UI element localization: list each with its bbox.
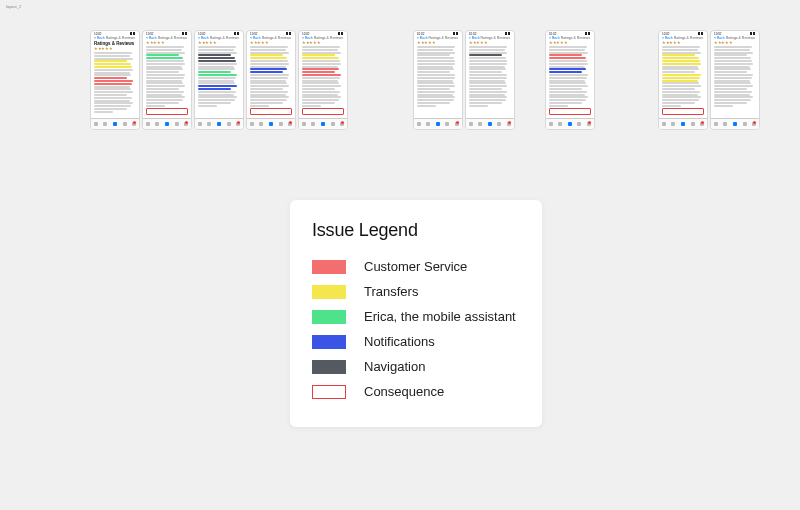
text-line (714, 63, 753, 65)
text-line (417, 60, 455, 62)
text-line (250, 74, 289, 76)
text-line (302, 102, 335, 104)
highlight-grey (198, 60, 236, 62)
text-line (417, 96, 456, 98)
text-line (250, 88, 283, 90)
phone-screenshot: 10:02< BackRatings & Reviews★★★★★ (465, 30, 515, 130)
text-line (549, 66, 585, 68)
text-line (302, 77, 340, 79)
screenshot-cluster: 10:02< BackRatings & Reviews★★★★★10:02< … (413, 30, 515, 130)
text-line (714, 88, 747, 90)
consequence-outline (302, 108, 344, 115)
text-line (198, 52, 237, 54)
text-line (250, 60, 288, 62)
review-body (91, 52, 139, 113)
consequence-outline (662, 108, 704, 115)
text-line (662, 46, 700, 48)
text-line (302, 46, 340, 48)
text-line (469, 105, 488, 107)
text-line (714, 49, 750, 51)
highlight-yellow (662, 80, 698, 82)
text-line (198, 105, 217, 107)
screenshot-cluster: 10:02< BackRatings & ReviewsRatings & Re… (90, 30, 348, 130)
text-line (198, 91, 236, 93)
text-line (417, 105, 436, 107)
highlight-yellow (302, 57, 339, 59)
highlight-grey (198, 57, 235, 59)
text-line (714, 80, 750, 82)
text-line (714, 82, 751, 84)
text-line (94, 100, 130, 102)
text-line (417, 57, 454, 59)
text-line (469, 82, 506, 84)
text-line (146, 63, 185, 65)
text-line (198, 63, 237, 65)
highlight-blue (549, 71, 582, 73)
text-line (94, 58, 133, 60)
text-line (417, 66, 453, 68)
highlight-yellow (662, 54, 695, 56)
highlight-yellow (662, 57, 699, 59)
text-line (662, 49, 698, 51)
text-line (549, 82, 586, 84)
text-line (94, 108, 127, 110)
text-line (146, 82, 183, 84)
text-line (94, 94, 127, 96)
phone-screenshot: 10:02< BackRatings & Reviews★★★★★ (658, 30, 708, 130)
text-line (417, 52, 456, 54)
highlight-green (146, 57, 183, 59)
text-line (714, 77, 752, 79)
highlight-red (94, 83, 132, 85)
text-line (714, 66, 750, 68)
review-body (143, 46, 191, 107)
text-line (198, 68, 235, 70)
highlight-blue (198, 85, 237, 87)
text-line (662, 82, 699, 84)
text-line (714, 60, 752, 62)
text-line (469, 46, 507, 48)
text-line (662, 66, 698, 68)
highlight-yellow (250, 54, 283, 56)
text-line (146, 74, 185, 76)
text-line (302, 66, 338, 68)
text-line (417, 77, 455, 79)
text-line (146, 96, 185, 98)
text-line (146, 105, 165, 107)
text-line (549, 85, 588, 87)
text-line (549, 96, 588, 98)
text-line (146, 46, 184, 48)
phone-screenshot: 10:02< BackRatings & Reviews★★★★★ (142, 30, 192, 130)
text-line (302, 85, 341, 87)
text-line (662, 96, 701, 98)
text-line (662, 91, 700, 93)
consequence-outline (549, 108, 591, 115)
text-line (250, 96, 289, 98)
review-body (247, 46, 295, 107)
text-line (469, 63, 508, 65)
consequence-outline (146, 108, 188, 115)
text-line (94, 55, 130, 57)
text-line (469, 74, 508, 76)
highlight-yellow (662, 74, 701, 76)
text-line (714, 71, 747, 73)
text-line (250, 80, 286, 82)
text-line (714, 57, 751, 59)
text-line (198, 49, 234, 51)
text-line (714, 68, 751, 70)
legend-title: Issue Legend (312, 220, 520, 241)
issue-legend-card: Issue Legend Customer ServiceTransfersEr… (290, 200, 542, 427)
legend-label: Transfers (364, 284, 418, 299)
text-line (549, 77, 587, 79)
legend-swatch (312, 360, 346, 374)
text-line (94, 102, 133, 104)
text-line (662, 105, 681, 107)
text-line (469, 91, 507, 93)
text-line (549, 49, 585, 51)
text-line (302, 60, 340, 62)
review-body (414, 46, 462, 107)
legend-label: Consequence (364, 384, 444, 399)
text-line (549, 63, 588, 65)
text-line (302, 91, 340, 93)
text-line (94, 69, 133, 71)
legend-swatch (312, 385, 346, 399)
